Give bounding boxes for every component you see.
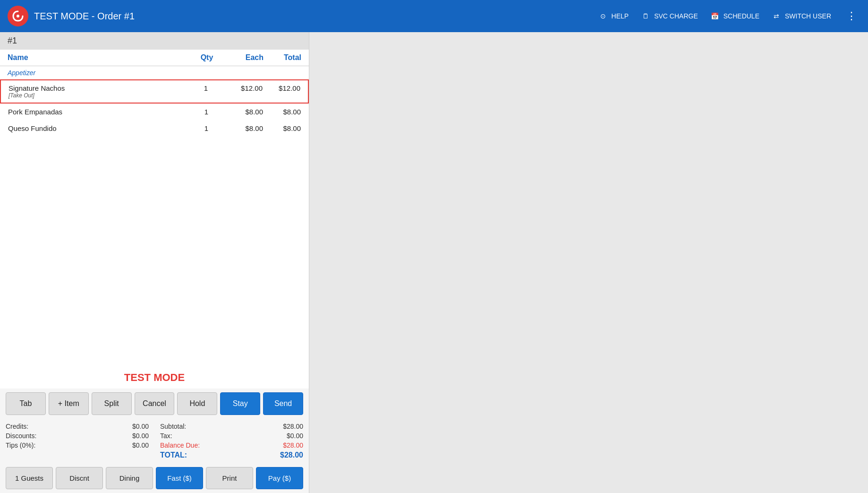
order-items: Appetizer Signature Nachos[Take Out] 1 $… bbox=[0, 66, 309, 367]
action-btn-split[interactable]: Split bbox=[92, 392, 132, 415]
order-header: #1 bbox=[0, 32, 309, 50]
bottom-btn-discnt[interactable]: Discnt bbox=[56, 467, 103, 489]
col-each-header: Each bbox=[221, 53, 264, 62]
tax-value: $0.00 bbox=[287, 432, 303, 440]
total-value: $28.00 bbox=[280, 451, 303, 459]
left-panel: #1 Name Qty Each Total Appetizer Signatu… bbox=[0, 32, 309, 493]
discounts-value: $0.00 bbox=[132, 432, 149, 440]
totals-right: Subtotal:$28.00 Tax:$0.00 Balance Due:$2… bbox=[160, 422, 303, 460]
test-mode-label: TEST MODE bbox=[0, 367, 309, 389]
col-total-header: Total bbox=[264, 53, 301, 62]
app-logo[interactable] bbox=[8, 6, 28, 26]
order-item-sub: [Take Out] bbox=[9, 92, 192, 99]
action-btn-hold[interactable]: Hold bbox=[177, 392, 217, 415]
action-btn-stay[interactable]: Stay bbox=[220, 392, 260, 415]
order-item-total: $8.00 bbox=[263, 108, 301, 116]
bottom-btn-pay----[interactable]: Pay ($) bbox=[256, 467, 303, 489]
order-item-each: $8.00 bbox=[221, 108, 263, 116]
header-title: TEST MODE - Order #1 bbox=[34, 11, 592, 22]
order-item-name: Pork Empanadas bbox=[8, 108, 192, 116]
bottom-btn-dining[interactable]: Dining bbox=[106, 467, 153, 489]
order-item-each: $12.00 bbox=[220, 84, 263, 92]
header-actions: ⊙ HELP 🗒 SVC CHARGE 📅 SCHEDULE ⇄ SWITCH … bbox=[597, 10, 860, 22]
right-panel bbox=[309, 32, 868, 493]
order-item-total: $8.00 bbox=[263, 124, 301, 132]
main-layout: #1 Name Qty Each Total Appetizer Signatu… bbox=[0, 32, 868, 493]
order-item-qty: 1 bbox=[192, 84, 220, 92]
switch-icon: ⇄ bbox=[771, 10, 782, 22]
tax-label: Tax: bbox=[160, 432, 172, 440]
balance-label: Balance Due: bbox=[160, 441, 200, 449]
tips-value: $0.00 bbox=[132, 441, 149, 449]
header: TEST MODE - Order #1 ⊙ HELP 🗒 SVC CHARGE… bbox=[0, 0, 868, 32]
receipt-icon: 🗒 bbox=[640, 10, 651, 22]
order-item-name: Queso Fundido bbox=[8, 124, 192, 132]
order-item-each: $8.00 bbox=[221, 124, 263, 132]
schedule-button[interactable]: 📅 SCHEDULE bbox=[709, 10, 759, 22]
col-name-header: Name bbox=[8, 53, 193, 62]
tips-label: Tips (0%): bbox=[6, 441, 35, 449]
order-item-name: Signature Nachos[Take Out] bbox=[9, 84, 192, 99]
totals-left: Credits:$0.00 Discounts:$0.00 Tips (0%):… bbox=[6, 422, 149, 460]
order-row[interactable]: Queso Fundido 1 $8.00 $8.00 bbox=[0, 120, 309, 137]
col-qty-header: Qty bbox=[193, 53, 221, 62]
subtotal-value: $28.00 bbox=[283, 423, 303, 430]
bottom-btn-1-guests[interactable]: 1 Guests bbox=[6, 467, 53, 489]
action-buttons-row: Tab+ ItemSplitCancelHoldStaySend bbox=[0, 389, 309, 419]
svg-point-0 bbox=[17, 15, 19, 17]
subtotal-label: Subtotal: bbox=[160, 423, 186, 430]
discounts-label: Discounts: bbox=[6, 432, 36, 440]
more-vert-icon[interactable]: ⋮ bbox=[842, 10, 860, 22]
bottom-btn-print[interactable]: Print bbox=[206, 467, 253, 489]
order-item-qty: 1 bbox=[192, 124, 221, 132]
order-item-qty: 1 bbox=[192, 108, 221, 116]
order-table-header: Name Qty Each Total bbox=[0, 50, 309, 66]
order-row[interactable]: Pork Empanadas 1 $8.00 $8.00 bbox=[0, 104, 309, 120]
category-label: Appetizer bbox=[0, 66, 309, 79]
action-btn-tab[interactable]: Tab bbox=[6, 392, 46, 415]
balance-value: $28.00 bbox=[283, 441, 303, 449]
action-btn---item[interactable]: + Item bbox=[49, 392, 89, 415]
credits-value: $0.00 bbox=[132, 423, 149, 430]
total-label: TOTAL: bbox=[160, 451, 187, 459]
action-btn-send[interactable]: Send bbox=[263, 392, 303, 415]
action-btn-cancel[interactable]: Cancel bbox=[135, 392, 175, 415]
order-row[interactable]: Signature Nachos[Take Out] 1 $12.00 $12.… bbox=[0, 79, 309, 104]
switch-user-button[interactable]: ⇄ SWITCH USER bbox=[771, 10, 831, 22]
credits-label: Credits: bbox=[6, 423, 28, 430]
help-circle-icon: ⊙ bbox=[597, 10, 609, 22]
totals-section: Credits:$0.00 Discounts:$0.00 Tips (0%):… bbox=[0, 419, 309, 463]
help-button[interactable]: ⊙ HELP bbox=[597, 10, 629, 22]
order-item-total: $12.00 bbox=[263, 84, 300, 92]
calendar-icon: 📅 bbox=[709, 10, 721, 22]
bottom-btn-fast----[interactable]: Fast ($) bbox=[156, 467, 203, 489]
svc-charge-button[interactable]: 🗒 SVC CHARGE bbox=[640, 10, 698, 22]
bottom-buttons-row: 1 GuestsDiscntDiningFast ($)PrintPay ($) bbox=[0, 463, 309, 493]
